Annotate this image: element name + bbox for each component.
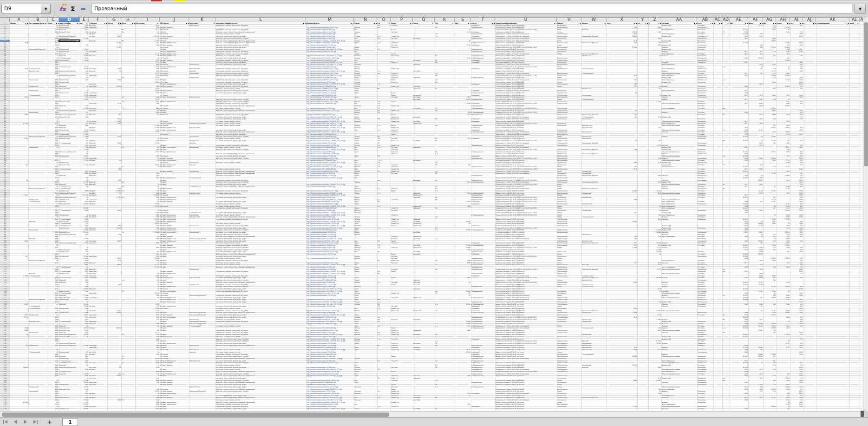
cell[interactable] — [803, 408, 816, 410]
column-header-N[interactable]: N — [354, 18, 377, 22]
cell[interactable] — [121, 408, 135, 410]
column-header-T[interactable]: T — [471, 18, 495, 22]
cell[interactable]: Почтовое — [697, 408, 713, 410]
column-header-O[interactable]: O — [377, 18, 391, 22]
table-row[interactable]: 1782024Прозрачный255001.7500Мб фактна си… — [0, 408, 863, 410]
cell[interactable] — [748, 408, 763, 410]
equals-icon[interactable]: = — [78, 5, 88, 13]
column-header-Q[interactable]: Q — [413, 18, 435, 22]
vertical-scrollbar[interactable] — [863, 17, 868, 411]
cell[interactable] — [557, 408, 581, 410]
next-sheet-button[interactable] — [20, 418, 31, 426]
first-sheet-button[interactable] — [0, 418, 10, 426]
cell[interactable] — [816, 408, 849, 410]
sheet-tab-1[interactable]: 1 — [62, 418, 78, 426]
column-header-Z[interactable]: Z — [648, 18, 661, 22]
column-header-A[interactable]: A — [10, 18, 28, 22]
column-header-AA[interactable]: AA — [661, 18, 697, 22]
column-header-AE[interactable]: AE — [730, 18, 748, 22]
column-header-W[interactable]: W — [581, 18, 607, 22]
cell[interactable] — [849, 408, 860, 410]
column-header-Y[interactable]: Y — [637, 18, 648, 22]
row-header-178[interactable]: 178 — [0, 408, 10, 410]
cell[interactable] — [607, 408, 637, 410]
column-header-L[interactable]: L — [215, 18, 306, 22]
column-header-J[interactable]: J — [160, 18, 189, 22]
horizontal-scrollbar[interactable] — [0, 411, 863, 417]
cell[interactable] — [713, 408, 722, 410]
cell[interactable] — [860, 408, 863, 410]
cell[interactable]: 25500 — [80, 408, 89, 410]
cell[interactable]: Магазин — [661, 408, 697, 410]
column-header-AB[interactable]: AB — [697, 18, 713, 22]
column-header-C[interactable]: C — [48, 18, 59, 22]
cell[interactable] — [107, 408, 121, 410]
cell[interactable]: Прозрачный — [59, 408, 80, 410]
cell[interactable] — [391, 408, 413, 410]
formula-input[interactable]: Прозрачный — [91, 4, 852, 14]
cell[interactable]: 2024 — [48, 408, 59, 410]
column-header-D[interactable]: D — [59, 18, 80, 22]
cell[interactable] — [189, 408, 215, 410]
column-header-AH[interactable]: AH — [776, 18, 790, 22]
column-header-E[interactable]: E — [80, 18, 89, 22]
column-header-B[interactable]: B — [28, 18, 48, 22]
cell[interactable] — [722, 408, 730, 410]
add-sheet-button[interactable]: + — [44, 418, 56, 426]
column-header-F[interactable]: F — [89, 18, 107, 22]
column-header-H[interactable]: H — [121, 18, 135, 22]
column-header-AD[interactable]: AD — [722, 18, 730, 22]
column-header-AI[interactable]: AI — [790, 18, 803, 22]
column-header-R[interactable]: R — [435, 18, 455, 22]
horizontal-scrollbar-thumb[interactable] — [2, 413, 389, 417]
cell[interactable] — [763, 408, 776, 410]
select-all-corner[interactable] — [0, 18, 10, 22]
selected-row-header[interactable]: 9 — [0, 40, 10, 42]
column-header-G[interactable]: G — [107, 18, 121, 22]
cell[interactable]: сентябрь — [413, 408, 435, 410]
cell[interactable] — [790, 408, 803, 410]
column-header-P[interactable]: P — [391, 18, 413, 22]
column-header-K[interactable]: K — [189, 18, 215, 22]
cell[interactable]: ВОЗ — [730, 408, 748, 410]
cell[interactable] — [377, 408, 391, 410]
expand-formula-bar-icon[interactable]: ▼ — [855, 4, 866, 14]
name-box[interactable]: D9 ▼ — [1, 4, 51, 14]
name-box-value[interactable]: D9 — [2, 4, 41, 13]
previous-sheet-button[interactable] — [10, 418, 20, 426]
cell[interactable] — [455, 408, 471, 410]
column-header-X[interactable]: X — [607, 18, 637, 22]
cell[interactable]: 107 — [776, 408, 790, 410]
cell[interactable]: на синем, прострочка, фурнитура, вagon — [215, 408, 306, 410]
column-header-AG[interactable]: AG — [763, 18, 776, 22]
name-box-dropdown-icon[interactable]: ▼ — [41, 4, 50, 13]
column-header-S[interactable]: S — [455, 18, 471, 22]
column-header-AF[interactable]: AF — [748, 18, 763, 22]
column-header-AM[interactable]: AM — [860, 18, 863, 22]
column-header-M[interactable]: M — [306, 18, 354, 22]
cell[interactable] — [648, 408, 661, 410]
cell[interactable]: img_hosted/schedules/schedule_1319050_79… — [306, 408, 354, 410]
column-header-AK[interactable]: AK — [816, 18, 849, 22]
cell[interactable]: 1.7500 — [135, 408, 160, 410]
cell[interactable] — [471, 408, 495, 410]
cell[interactable]: Выдан список male 05.02.25 частично — [495, 408, 557, 410]
cell-cursor[interactable] — [59, 39, 80, 43]
cell[interactable] — [89, 408, 107, 410]
last-sheet-button[interactable] — [31, 418, 41, 426]
column-header-U[interactable]: U — [495, 18, 557, 22]
autosum-icon[interactable]: Σ — [68, 5, 78, 13]
column-header-I[interactable]: I — [135, 18, 160, 22]
cell[interactable] — [10, 408, 28, 410]
vertical-scrollbar-thumb[interactable] — [864, 22, 868, 166]
column-header-AC[interactable]: AC — [713, 18, 722, 22]
cell[interactable] — [581, 408, 607, 410]
cell[interactable]: б/н — [435, 408, 455, 410]
column-header-V[interactable]: V — [557, 18, 581, 22]
cell[interactable]: Тюмень — [354, 408, 377, 410]
column-header-AL[interactable]: AL — [849, 18, 860, 22]
cell-grid[interactable]: 1ШтампТип товара и артикулРазмФакт слойб… — [0, 22, 863, 411]
cell[interactable]: Мб факт — [160, 408, 189, 410]
cell[interactable] — [637, 408, 648, 410]
function-wizard-icon[interactable]: fx✱✱ — [58, 6, 68, 13]
